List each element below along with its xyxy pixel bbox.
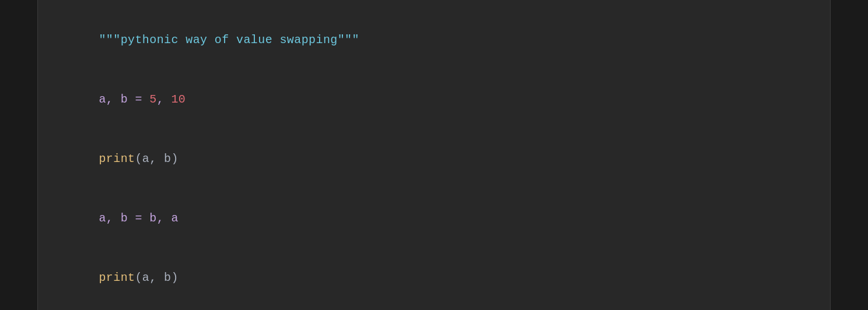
code-line-2: a, b = 5, 10 — [55, 70, 813, 129]
num-10: 10 — [171, 93, 186, 106]
comma-sep: , — [157, 93, 172, 106]
code-line-3: print(a, b) — [55, 129, 813, 189]
print-func-2: print — [99, 271, 135, 284]
code-window: """pythonic way of value swapping""" a, … — [37, 0, 831, 310]
print-func-1: print — [99, 152, 135, 165]
docstring: """pythonic way of value swapping""" — [99, 33, 359, 47]
swap-line: a, b = b, a — [99, 212, 178, 225]
code-line-4: a, b = b, a — [55, 189, 813, 248]
print-args-1: (a, b) — [135, 152, 178, 165]
title-bar — [38, 0, 830, 5]
print-args-2: (a, b) — [135, 271, 178, 284]
code-block: """pythonic way of value swapping""" a, … — [38, 5, 830, 310]
num-5: 5 — [149, 93, 156, 106]
code-line-5: print(a, b) — [55, 248, 813, 308]
var-a-b-assign: a, b = — [99, 93, 149, 106]
code-line-1: """pythonic way of value swapping""" — [55, 10, 813, 70]
